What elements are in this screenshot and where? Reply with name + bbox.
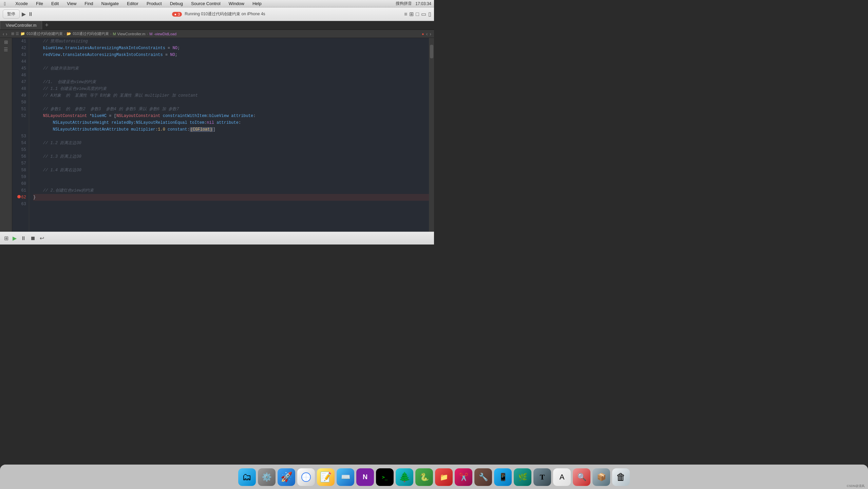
toolbar-layout-icon3[interactable]: □ (416, 11, 419, 17)
code-line-42: blueView.translatesAutoresizingMaskIntoC… (33, 45, 429, 52)
input-method: 搜狗拼音 (396, 1, 412, 6)
menu-product[interactable]: Product (145, 1, 163, 6)
line-num-60: 60 (15, 180, 26, 187)
debug-pause-btn[interactable]: ⏸ (21, 235, 26, 241)
code-line-60 (33, 180, 429, 187)
apple-menu[interactable]:  (3, 1, 7, 6)
xcode-toolbar: 暂停 ▶ ⏸ ● 3 Running 010通过代码创建约束 on iPhone… (0, 7, 434, 21)
error-count: 3 (178, 12, 180, 16)
menu-find[interactable]: Find (83, 1, 94, 6)
breakpoint-indicator (17, 195, 21, 198)
code-line-41: // 禁用autoresizing (33, 38, 429, 45)
toolbar-layout-icon5[interactable]: ▯ (428, 11, 431, 17)
code-line-62: } (33, 194, 429, 201)
menubar-right: 搜狗拼音 17:03:34 (396, 1, 431, 6)
debug-toolbar: ⊞ ▶ ⏸ ⏹ ↩ (0, 232, 434, 244)
clock: 17:03:34 (415, 1, 431, 6)
debug-step-btn[interactable]: ↩ (40, 235, 44, 241)
breadcrumb-file[interactable]: M ViewController.m (113, 32, 145, 36)
line-num-52b (15, 119, 26, 126)
code-line-55 (33, 146, 429, 153)
line-num-54: 54 (15, 140, 26, 146)
code-line-47: //1. 创建蓝色view的约束 (33, 79, 429, 85)
line-num-53: 53 (15, 133, 26, 140)
line-num-48: 48 (15, 85, 26, 92)
breadcrumb-nav-icon2: ☰ (16, 32, 19, 36)
line-num-47: 47 (15, 79, 26, 85)
vertical-scrollbar[interactable] (429, 38, 434, 232)
line-numbers: 41 42 43 44 45 46 47 48 49 50 51 52 53 5… (12, 38, 29, 232)
line-num-61: 61 (15, 187, 26, 194)
code-line-54: // 1.2 距离左边30 (33, 140, 429, 146)
stop-button[interactable]: 暂停 (3, 9, 20, 19)
breadcrumb-next[interactable]: › (430, 31, 431, 37)
line-num-51: 51 (15, 106, 26, 113)
toolbar-layout-icon4[interactable]: ▭ (421, 11, 426, 17)
code-line-49: // A对象 的 某属性 等于 B对象 的 某属性 乘以 multiplier … (33, 92, 429, 99)
line-num-44: 44 (15, 58, 26, 65)
line-num-59: 59 (15, 174, 26, 180)
menu-window[interactable]: Window (227, 1, 246, 6)
breadcrumb-method-name: -viewDidLoad (154, 32, 176, 36)
menu-source-control[interactable]: Source Control (190, 1, 222, 6)
code-line-59 (33, 174, 429, 180)
breadcrumb-forward[interactable]: › (6, 31, 7, 37)
debug-stop-btn[interactable]: ⏹ (30, 235, 36, 241)
breadcrumb-sep1: › (64, 32, 65, 36)
line-num-56: 56 (15, 153, 26, 160)
breadcrumb-nav: ‹ › (3, 31, 7, 37)
breadcrumb-back[interactable]: ‹ (3, 31, 4, 37)
code-line-46 (33, 72, 429, 79)
code-line-52c: NSLayoutAttributeNotAnAttribute multipli… (33, 126, 429, 133)
menu-help[interactable]: Help (251, 1, 263, 6)
toolbar-layout-icon2[interactable]: ⊞ (409, 11, 414, 17)
stop-label: 暂停 (7, 12, 15, 16)
menu-view[interactable]: View (65, 1, 78, 6)
breadcrumb-sep2: › (110, 32, 112, 36)
active-tab[interactable]: ViewController.m (0, 21, 42, 30)
line-num-41: 41 (15, 38, 26, 45)
menubar:  Xcode File Edit View Find Navigate Edi… (0, 0, 434, 7)
breadcrumb-file-name: ViewController.m (117, 32, 146, 36)
breadcrumb-project-name: 010通过代码创建约束 (26, 31, 62, 36)
nav-messages-btn[interactable]: ⊞ (4, 39, 8, 45)
error-icon: ● (174, 12, 176, 16)
menu-navigate[interactable]: Navigate (100, 1, 120, 6)
tabbar: ViewController.m + (0, 21, 434, 30)
code-line-58: // 1.4 距离右边30 (33, 167, 429, 174)
code-line-51: // 参数1 的 参数2 参数3 参数4 的 参数5 乘以 参数6 加 参数7 (33, 106, 429, 113)
line-num-50: 50 (15, 99, 26, 106)
breadcrumb-sep3: › (147, 32, 148, 36)
toolbar-play-icon[interactable]: ▶ (22, 11, 26, 17)
code-line-45: // 创建并添加约束 (33, 65, 429, 72)
line-num-45: 45 (15, 65, 26, 72)
menu-file[interactable]: File (35, 1, 44, 6)
debug-run-btn[interactable]: ▶ (13, 235, 17, 241)
line-num-46: 46 (15, 72, 26, 79)
toolbar-layout-icon1[interactable]: ≡ (404, 11, 407, 17)
menu-xcode[interactable]: Xcode (14, 1, 29, 6)
breadcrumb-prev[interactable]: ‹ (426, 31, 428, 37)
code-content[interactable]: // 禁用autoresizing blueView.translatesAut… (29, 38, 429, 232)
code-line-53 (33, 133, 429, 140)
menu-editor[interactable]: Editor (126, 1, 140, 6)
breadcrumb-nav-icon1: ⊞ (11, 32, 14, 36)
toolbar-run-title: Running 010通过代码创建约束 on iPhone 4s (185, 11, 265, 17)
editor-area: ⊞ ☰ 41 42 43 44 45 46 47 48 49 50 51 52 (0, 38, 434, 232)
toolbar-pause-icon[interactable]: ⏸ (28, 11, 33, 17)
main-window:  Xcode File Edit View Find Navigate Edi… (0, 0, 434, 244)
menu-debug[interactable]: Debug (169, 1, 184, 6)
line-num-55: 55 (15, 146, 26, 153)
code-line-57 (33, 160, 429, 167)
code-line-44 (33, 58, 429, 65)
nav-bookmarks-btn[interactable]: ☰ (4, 47, 8, 52)
breadcrumb-project[interactable]: 📁 010通过代码创建约束 (20, 31, 62, 36)
menu-edit[interactable]: Edit (50, 1, 60, 6)
debug-console-btn[interactable]: ⊞ (4, 235, 8, 241)
group-folder-icon: 📂 (67, 32, 71, 36)
breadcrumb-group[interactable]: 📂 010通过代码创建约束 (67, 31, 109, 36)
breadcrumb-method[interactable]: M -viewDidLoad (149, 32, 176, 36)
new-tab-button[interactable]: + (42, 22, 51, 29)
code-line-48: // 1.1 创建蓝色view高度的约束 (33, 85, 429, 92)
code-line-61: // 2.创建红色view的约束 (33, 187, 429, 194)
